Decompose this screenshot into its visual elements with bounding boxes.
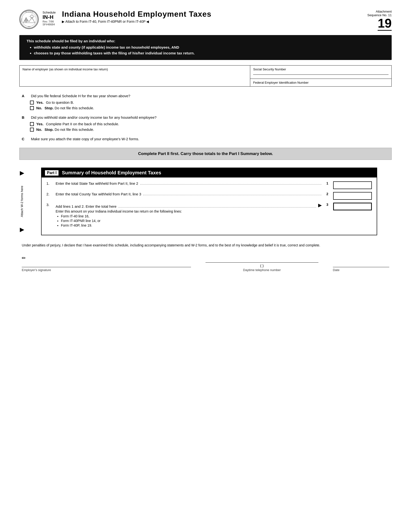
line-1: 1. Enter the total State Tax withheld fr…	[47, 181, 372, 189]
employer-sig-field[interactable]: Employer's signature	[22, 267, 191, 272]
checkbox-a-no[interactable]	[30, 106, 34, 110]
qa-question-a: Did you file federal Schedule H for the …	[31, 94, 130, 98]
title-block: Indiana Household Employment Taxes ▶ Att…	[59, 10, 211, 23]
schedule-label: Schedule	[43, 11, 56, 14]
qa-letter-a: A	[22, 94, 27, 98]
line-3-bullet-2: Form IT-40PNR line 14, or	[61, 219, 322, 223]
question-b: B Did you withhold state and/or county i…	[22, 115, 389, 132]
line-3-input[interactable]	[333, 203, 372, 210]
no-detail-a: Stop. Do not file this schedule.	[45, 106, 94, 110]
info-intro: This schedule should be filed by an indi…	[27, 39, 384, 43]
line-1-desc: Enter the total State Tax withheld from …	[56, 181, 138, 185]
line-3-num: 3.	[47, 203, 53, 207]
info-bullets: withholds state and county (if applicabl…	[27, 45, 384, 56]
line-3: 3. Add lines 1 and 2. Enter the total he…	[47, 203, 372, 228]
perjury-section: Under penalties of perjury, I declare th…	[22, 243, 389, 248]
yes-detail-b: Complete Part II on the back of this sch…	[46, 122, 119, 126]
arrow-top: ▶	[20, 170, 24, 176]
employer-name-label: Name of employer (as shown on individual…	[22, 67, 108, 71]
qa-question-b: Did you withhold state and/or county inc…	[31, 115, 156, 119]
line-3-desc: Add lines 1 and 2. Enter the total here	[56, 204, 117, 209]
line-2: 2. Enter the total County Tax withheld f…	[47, 192, 372, 200]
line-2-box-num: 2	[324, 192, 331, 196]
yes-label-a: Yes.	[36, 100, 44, 104]
checkbox-b-yes[interactable]	[30, 122, 34, 126]
info-bullet-2: chooses to pay those withholding taxes w…	[34, 50, 384, 56]
no-label-b: No.	[36, 127, 42, 132]
svg-point-0	[20, 11, 38, 28]
qa-answers-a: Yes. Go to question B. No. Stop. Do not …	[30, 100, 389, 110]
sig-icon: ✏	[22, 255, 389, 261]
svg-text:1816: 1816	[28, 26, 30, 27]
attach-instructions: ▶ Attach to Form IT-40, Form IT-40PNR or…	[62, 19, 149, 23]
yes-detail-a: Go to question B.	[46, 100, 74, 104]
qa-letter-b: B	[22, 115, 27, 119]
no-label-a: No.	[36, 106, 42, 110]
employer-table: Name of employer (as shown on individual…	[19, 65, 392, 86]
schedule-rev: Rev. 7/98	[43, 20, 56, 23]
employer-sig-label: Employer's signature	[22, 268, 191, 272]
yes-label-b: Yes.	[36, 122, 44, 126]
svg-text:THE STATE OF: THE STATE OF	[25, 11, 33, 13]
qa-answer-b-yes: Yes. Complete Part II on the back of thi…	[30, 122, 389, 126]
question-c: C Make sure you attach the state copy of…	[22, 137, 389, 141]
part1-body: 1. Enter the total State Tax withheld fr…	[42, 178, 377, 235]
part1-header: Part I Summary of Household Employment T…	[42, 168, 377, 178]
line-3-arrow: ▶	[318, 203, 322, 208]
checkbox-b-no[interactable]	[30, 128, 34, 132]
line-2-desc: Enter the total County Tax withheld from…	[56, 192, 141, 196]
line-3-bullet-3: Form IT-40P, line 19.	[61, 223, 322, 227]
fein-cell: Federal Employer Identification Number	[250, 79, 392, 86]
checkbox-a-yes[interactable]	[30, 101, 34, 104]
ssn-label: Social Security Number	[253, 67, 389, 75]
part2-instruction-text: Complete Part II first. Carry those tota…	[138, 151, 273, 156]
title-subtitle: ▶ Attach to Form IT-40, Form IT-40PNR or…	[62, 19, 211, 23]
phone-parens: ( )	[206, 264, 318, 268]
signature-section: ✏ Employer's signature ( ) Daytime telep…	[22, 255, 389, 272]
qa-answer-b-no: No. Stop. Do not file this schedule.	[30, 127, 389, 132]
line-3-box-num: 3	[324, 203, 331, 207]
tax-year: 19	[378, 17, 392, 31]
attachment-label: Attachment	[376, 10, 392, 13]
svg-point-1	[22, 12, 36, 27]
question-a: A Did you file federal Schedule H for th…	[22, 94, 389, 110]
no-detail-b: Stop. Do not file this schedule.	[45, 127, 94, 132]
schedule-id: IN-H	[43, 14, 56, 20]
schedule-block: Schedule IN-H Rev. 7/98 SF#48684	[43, 11, 56, 26]
line-3-sub: Enter this amount on your Indiana indivi…	[56, 209, 322, 227]
line-1-num: 1.	[47, 181, 53, 185]
perjury-text: Under penalties of perjury, I declare th…	[22, 243, 320, 247]
form-title: Indiana Household Employment Taxes	[62, 10, 211, 19]
part1-title: Summary of Household Employment Taxes	[62, 170, 161, 176]
qa-question-c: Make sure you attach the state copy of y…	[31, 137, 139, 141]
info-bullet-1: withholds state and county (if applicabl…	[34, 45, 384, 50]
phone-field[interactable]: ( ) Daytime telephone number	[206, 262, 318, 272]
year-block: Attachment Sequence No. 11 19	[353, 10, 392, 31]
qa-answer-a-no: No. Stop. Do not file this schedule.	[30, 106, 389, 110]
state-seal: THE STATE OF 1816 INDIANA	[19, 10, 39, 29]
line-1-input[interactable]	[333, 181, 372, 189]
attach-w2-label: Attach W-2 forms here	[20, 186, 24, 217]
qa-letter-c: C	[22, 137, 27, 141]
fein-label: Federal Employer Identification Number	[253, 81, 308, 84]
date-field[interactable]: Date	[333, 267, 389, 272]
qa-answer-a-yes: Yes. Go to question B.	[30, 100, 389, 104]
svg-marker-2	[23, 17, 35, 23]
info-box: This schedule should be filed by an indi…	[19, 35, 392, 60]
qa-section: A Did you file federal Schedule H for th…	[19, 94, 392, 141]
line-2-input[interactable]	[333, 192, 372, 200]
arrow-bottom: ▶	[20, 227, 24, 233]
qa-answers-b: Yes. Complete Part II on the back of thi…	[30, 122, 389, 132]
part1-container: Part I Summary of Household Employment T…	[41, 168, 377, 235]
line-2-num: 2.	[47, 192, 53, 196]
part2-instruction-box: Complete Part II first. Carry those tota…	[19, 148, 392, 160]
ssn-cell: Social Security Number	[250, 66, 392, 79]
schedule-sf: SF#48684	[43, 23, 56, 26]
part1-label: Part I	[45, 170, 58, 176]
phone-label: Daytime telephone number	[206, 268, 318, 272]
date-label: Date	[333, 268, 389, 272]
line-3-bullets: Form IT-40 line 16, Form IT-40PNR line 1…	[56, 214, 322, 227]
employer-name-cell: Name of employer (as shown on individual…	[19, 66, 250, 86]
page-header: THE STATE OF 1816 INDIANA Schedule IN-H …	[19, 10, 392, 31]
line-1-box-num: 1	[324, 181, 331, 185]
